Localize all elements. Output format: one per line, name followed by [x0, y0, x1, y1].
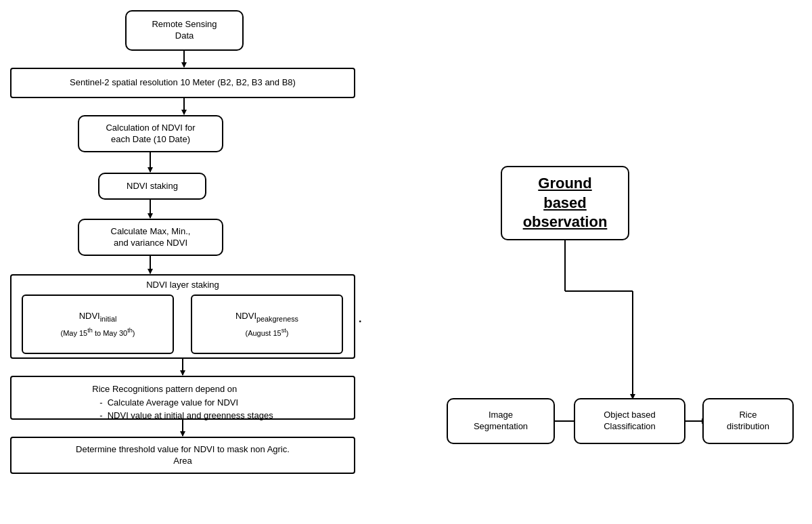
determine-threshold-box: Determine threshold value for NDVI to ma… — [10, 437, 355, 474]
ndvi-peak-label: NDVIpeakgreness — [235, 311, 298, 324]
svg-marker-9 — [148, 269, 153, 274]
ndvi-max-label: Calculate Max, Min.,and variance NDVI — [111, 226, 191, 249]
object-classification-box: Object basedClassification — [574, 398, 685, 444]
determine-threshold-label: Determine threshold value for NDVI to ma… — [76, 444, 290, 467]
rice-distribution-box: Ricedistribution — [702, 398, 794, 444]
ndvi-peak-box: NDVIpeakgreness (August 15st) — [191, 294, 343, 354]
ground-based-label: Groundbasedobservation — [523, 174, 608, 232]
ndvi-max-box: Calculate Max, Min.,and variance NDVI — [78, 219, 223, 256]
rice-recognitions-label: Rice Recognitions pattern depend on - Ca… — [92, 383, 273, 422]
svg-marker-11 — [180, 370, 185, 376]
flowchart-diagram: Remote SensingData Sentinel-2 spatial re… — [0, 0, 812, 524]
ndvi-calc-box: Calculation of NDVI foreach Date (10 Dat… — [78, 115, 223, 152]
image-segmentation-box: ImageSegmentation — [447, 398, 555, 444]
ndvi-layer-staking-label: NDVI layer staking — [12, 280, 354, 291]
ndvi-layer-staking-box: NDVI layer staking NDVIinitial (May 15th… — [10, 274, 355, 359]
svg-marker-13 — [180, 431, 185, 437]
ndvi-calc-label: Calculation of NDVI foreach Date (10 Dat… — [106, 123, 195, 146]
ndvi-staking-box: NDVI staking — [98, 173, 206, 200]
ground-based-box: Groundbasedobservation — [501, 166, 629, 240]
ndvi-peak-sub: peakgreness — [256, 314, 298, 322]
remote-sensing-box: Remote SensingData — [125, 10, 244, 51]
rice-recognitions-box: Rice Recognitions pattern depend on - Ca… — [10, 376, 355, 420]
ndvi-peak-date: (August 15st) — [246, 327, 289, 338]
svg-marker-5 — [148, 167, 153, 173]
sentinel-box: Sentinel-2 spatial resolution 10 Meter (… — [10, 68, 355, 98]
object-classification-label: Object basedClassification — [604, 410, 656, 433]
svg-marker-7 — [148, 213, 153, 219]
dot-separator: . — [359, 313, 361, 325]
ndvi-initial-label: NDVIinitial — [79, 311, 117, 324]
ndvi-staking-label: NDVI staking — [127, 181, 178, 192]
ndvi-initial-box: NDVIinitial (May 15th to May 30th) — [22, 294, 174, 354]
ndvi-initial-sub: initial — [100, 314, 117, 322]
sentinel-label: Sentinel-2 spatial resolution 10 Meter (… — [70, 77, 296, 89]
svg-marker-1 — [181, 62, 187, 68]
remote-sensing-label: Remote SensingData — [152, 19, 217, 42]
image-segmentation-label: ImageSegmentation — [474, 410, 528, 433]
rice-distribution-label: Ricedistribution — [727, 410, 769, 433]
svg-marker-3 — [181, 110, 187, 115]
ndvi-initial-date: (May 15th to May 30th) — [60, 327, 135, 338]
